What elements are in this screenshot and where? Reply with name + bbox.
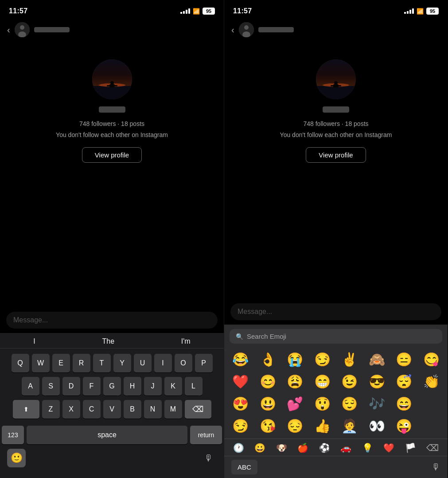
emoji-smile[interactable]: 😊 bbox=[255, 371, 281, 392]
emoji-yum[interactable]: 😋 bbox=[419, 349, 444, 369]
emoji-cat-objects[interactable]: 💡 bbox=[362, 443, 373, 453]
emoji-cat-food[interactable]: 🍎 bbox=[297, 443, 308, 453]
delete-key-left[interactable]: ⌫ bbox=[185, 400, 211, 419]
autocorrect-word-1[interactable]: I bbox=[29, 337, 39, 346]
emoji-kiss[interactable]: 😘 bbox=[255, 415, 281, 436]
space-key-left[interactable]: space bbox=[27, 426, 187, 444]
key-i[interactable]: I bbox=[154, 354, 172, 372]
key-h[interactable]: H bbox=[124, 377, 141, 396]
emoji-person[interactable]: 🧑‍💼 bbox=[337, 415, 362, 436]
keyboard-left: I The I'm Q W E R T Y U I O P A S bbox=[0, 333, 224, 478]
key-u[interactable]: U bbox=[134, 354, 152, 372]
svg-rect-10 bbox=[107, 85, 111, 86]
emoji-ok-hand[interactable]: 👌 bbox=[255, 349, 281, 369]
emoji-wink[interactable]: 😉 bbox=[337, 371, 362, 392]
svg-rect-17 bbox=[316, 86, 356, 99]
key-n[interactable]: N bbox=[144, 400, 162, 419]
key-w[interactable]: W bbox=[32, 354, 50, 372]
svg-rect-11 bbox=[113, 85, 117, 86]
key-t[interactable]: T bbox=[93, 354, 111, 372]
emoji-peace[interactable]: ✌️ bbox=[337, 349, 362, 369]
emoji-heart-eyes[interactable]: 😍 bbox=[228, 393, 253, 414]
num-key-left[interactable]: 123 bbox=[2, 426, 24, 444]
view-profile-button-left[interactable]: View profile bbox=[82, 147, 142, 163]
emoji-cat-travel[interactable]: 🚗 bbox=[340, 443, 351, 453]
key-s[interactable]: S bbox=[42, 377, 60, 396]
emoji-keyboard-right: 🔍 Search Emoji 😂 👌 😭 😏 ✌️ 🙈 😑 😋 ❤️ 😊 😩 😁… bbox=[224, 325, 448, 478]
emoji-cat-delete[interactable]: ⌫ bbox=[426, 443, 439, 453]
back-button-right[interactable]: ‹ bbox=[231, 25, 234, 35]
emoji-heart[interactable]: ❤️ bbox=[228, 371, 253, 392]
emoji-relieved[interactable]: 😌 bbox=[337, 393, 362, 414]
kb-bottom-bar-left: 🙂 🎙 bbox=[0, 444, 224, 469]
key-p[interactable]: P bbox=[195, 354, 213, 372]
battery-right: 95 bbox=[426, 8, 439, 15]
emoji-monkey[interactable]: 🙈 bbox=[364, 349, 390, 369]
emoji-mic-button[interactable]: 🎙 bbox=[432, 462, 440, 472]
svg-point-1 bbox=[20, 25, 24, 30]
key-e[interactable]: E bbox=[52, 354, 70, 372]
emoji-expressionless[interactable]: 😑 bbox=[391, 349, 417, 369]
autocorrect-word-2[interactable]: The bbox=[98, 337, 119, 346]
emoji-key-left[interactable]: 🙂 bbox=[7, 449, 26, 467]
emoji-smiley[interactable]: 😃 bbox=[255, 393, 281, 414]
key-j[interactable]: J bbox=[144, 377, 162, 396]
mic-key-left[interactable]: 🎙 bbox=[201, 450, 217, 466]
emoji-thumbsup[interactable]: 👍 bbox=[310, 415, 335, 436]
emoji-cat-animals[interactable]: 🐶 bbox=[276, 443, 287, 453]
svg-rect-22 bbox=[337, 85, 341, 86]
key-d[interactable]: D bbox=[62, 377, 80, 396]
key-row-2-left: A S D F G H J K L bbox=[2, 377, 222, 396]
emoji-clap[interactable]: 👏 bbox=[419, 371, 444, 392]
status-icons-left: 📶 95 bbox=[180, 8, 215, 15]
key-a[interactable]: A bbox=[22, 377, 39, 396]
emoji-abc-button[interactable]: ABC bbox=[231, 460, 257, 474]
key-c[interactable]: C bbox=[83, 400, 101, 419]
emoji-two-hearts[interactable]: 💕 bbox=[282, 393, 308, 414]
emoji-cat-flags[interactable]: 🏳️ bbox=[405, 443, 416, 453]
emoji-notes[interactable]: 🎶 bbox=[364, 393, 390, 414]
key-x[interactable]: X bbox=[62, 400, 80, 419]
key-l[interactable]: L bbox=[185, 377, 203, 396]
shift-key-left[interactable]: ⬆ bbox=[13, 400, 39, 419]
emoji-grin[interactable]: 😁 bbox=[310, 371, 335, 392]
key-f[interactable]: F bbox=[83, 377, 101, 396]
message-input-right[interactable]: Message... bbox=[230, 303, 441, 320]
message-input-left[interactable]: Message... bbox=[6, 312, 218, 329]
key-b[interactable]: B bbox=[124, 400, 141, 419]
emoji-cat-symbols[interactable]: ❤️ bbox=[383, 443, 394, 453]
back-button-left[interactable]: ‹ bbox=[7, 25, 10, 35]
emoji-sleeping[interactable]: 😴 bbox=[391, 371, 417, 392]
emoji-eyes[interactable]: 👀 bbox=[364, 415, 390, 436]
key-m[interactable]: M bbox=[164, 400, 182, 419]
key-v[interactable]: V bbox=[103, 400, 121, 419]
emoji-smirk[interactable]: 😏 bbox=[310, 349, 335, 369]
emoji-winky-tongue[interactable]: 😜 bbox=[391, 415, 417, 436]
emoji-smirk2[interactable]: 😏 bbox=[228, 415, 253, 436]
emoji-cat-recent[interactable]: 🕐 bbox=[233, 443, 244, 453]
signal-icon-right bbox=[404, 8, 414, 14]
right-phone-panel: 11:57 📶 95 ‹ bbox=[224, 0, 448, 478]
emoji-weary[interactable]: 😩 bbox=[282, 371, 308, 392]
emoji-sunglasses[interactable]: 😎 bbox=[364, 371, 390, 392]
profile-avatar-left bbox=[92, 59, 132, 99]
key-k[interactable]: K bbox=[164, 377, 182, 396]
emoji-cat-smileys[interactable]: 😀 bbox=[254, 443, 265, 453]
emoji-laughing[interactable]: 😂 bbox=[228, 349, 253, 369]
key-o[interactable]: O bbox=[175, 354, 192, 372]
autocorrect-word-3[interactable]: I'm bbox=[177, 337, 195, 346]
emoji-search-bar[interactable]: 🔍 Search Emoji bbox=[230, 329, 442, 344]
emoji-cat-sports[interactable]: ⚽ bbox=[319, 443, 330, 453]
nav-name-left bbox=[34, 27, 70, 32]
emoji-pensive[interactable]: 😔 bbox=[282, 415, 308, 436]
return-key-left[interactable]: return bbox=[190, 426, 222, 444]
emoji-beaming[interactable]: 😄 bbox=[391, 393, 417, 414]
key-z[interactable]: Z bbox=[42, 400, 60, 419]
emoji-open-mouth[interactable]: 😲 bbox=[310, 393, 335, 414]
key-g[interactable]: G bbox=[103, 377, 121, 396]
key-y[interactable]: Y bbox=[113, 354, 131, 372]
emoji-crying[interactable]: 😭 bbox=[282, 349, 308, 369]
key-q[interactable]: Q bbox=[12, 354, 29, 372]
view-profile-button-right[interactable]: View profile bbox=[306, 147, 366, 163]
key-r[interactable]: R bbox=[73, 354, 90, 372]
